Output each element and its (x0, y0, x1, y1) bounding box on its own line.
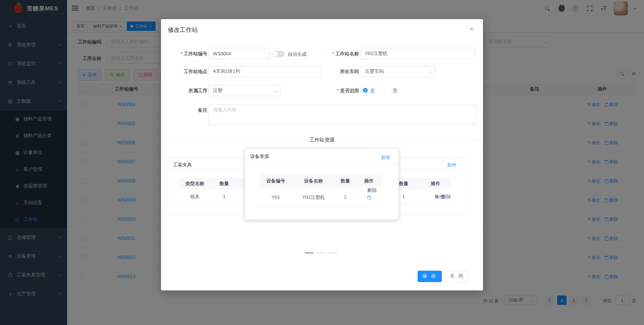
remark-label: 备注 (168, 107, 207, 113)
code-label: 工作站编号 (168, 51, 207, 57)
right-panel-add-link[interactable]: 新增 (447, 162, 456, 168)
fixture-type-cell: 模具 (180, 189, 210, 204)
device-name-cell: Y01注塑机 (292, 187, 334, 207)
remark-textarea[interactable] (209, 105, 476, 125)
chevron-down-icon (429, 70, 432, 73)
screen: 苦糖果MES ◔ 首页 ⚙ 系统管理 ⊡ 系统监控 ⚒ 系统工具 ▤ 主数据 (0, 0, 644, 325)
auto-generate-label: 自动生成 (288, 51, 307, 57)
code-input[interactable] (209, 48, 269, 59)
trash-icon (367, 196, 371, 199)
edit-workstation-dialog: 修改工作站 工作站编号 自动生成 工作站名称 工作站地点 所在车间 注塑车间 所… (161, 19, 483, 290)
enable-yes-label[interactable]: 是 (370, 88, 375, 94)
carousel-indicator[interactable] (316, 252, 325, 254)
close-button[interactable]: 关 闭 (446, 271, 469, 282)
enable-yes-radio[interactable] (363, 88, 368, 93)
right-edit-link[interactable]: 修改 (435, 189, 438, 204)
col-action: 操作 (356, 174, 382, 187)
col-qty: 数量 (334, 174, 356, 187)
process-label: 所属工序 (168, 88, 207, 94)
device-qty-cell: 1 (334, 187, 356, 207)
dialog-title: 修改工作站 (168, 26, 198, 34)
enable-label: 是否启用 (315, 88, 359, 94)
save-button[interactable]: 保 存 (418, 271, 442, 282)
location-input[interactable] (209, 66, 322, 77)
section-title: 工作站资源 (304, 137, 341, 143)
carousel-indicator-active[interactable] (305, 252, 314, 254)
location-label: 工作站地点 (168, 69, 207, 75)
col-device-code: 设备编号 (259, 174, 292, 187)
device-table-row: Y01 Y01注塑机 1 删除 (259, 187, 382, 207)
device-resource-panel: 设备资源 新增 设备编号 设备名称 数量 操作 Y01 Y01注塑机 1 删除 (245, 149, 398, 220)
auto-generate-toggle[interactable] (272, 51, 284, 57)
device-delete-link[interactable]: 删除 (367, 196, 371, 199)
workshop-select[interactable]: 注塑车间 (361, 66, 435, 77)
col-device-name: 设备名称 (292, 174, 334, 187)
device-panel-title: 设备资源 (250, 154, 269, 160)
col-action: 操作 (420, 178, 451, 189)
close-icon[interactable] (470, 25, 474, 33)
chevron-down-icon (274, 89, 277, 93)
fixture-panel-title: 工装夹具 (173, 162, 192, 168)
device-code-cell: Y01 (259, 187, 292, 207)
device-panel-add-link[interactable]: 新增 (381, 155, 390, 161)
col-qty: 数量 (210, 178, 238, 189)
name-label: 工作站名称 (315, 51, 359, 57)
divider (245, 164, 398, 164)
carousel-indicator[interactable] (328, 252, 337, 254)
name-input[interactable] (361, 48, 475, 59)
process-select[interactable]: 注塑 (209, 85, 280, 96)
enable-no-label[interactable]: 否 (392, 88, 397, 94)
col-type: 类型名称 (180, 178, 210, 189)
right-delete-link[interactable]: 删除 (441, 195, 445, 199)
fixture-qty-cell: 1 (210, 189, 238, 204)
workshop-label: 所在车间 (315, 69, 359, 75)
device-table-header: 设备编号 设备名称 数量 操作 (259, 174, 382, 187)
